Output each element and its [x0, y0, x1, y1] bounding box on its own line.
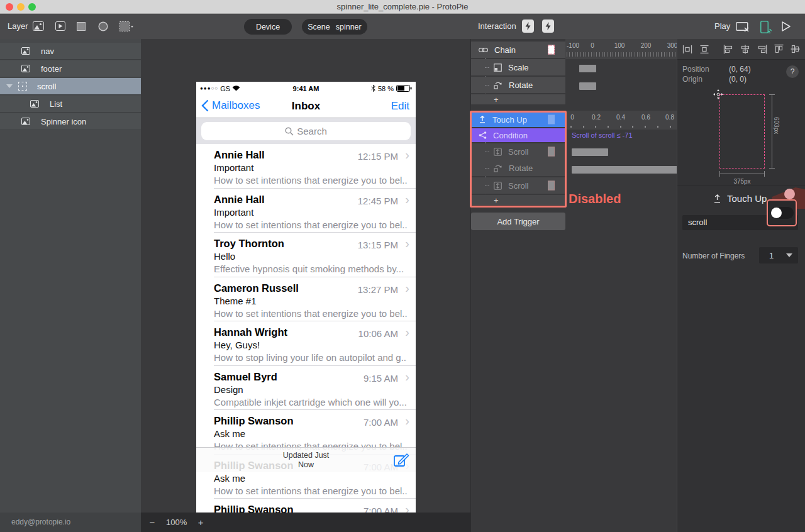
- disclosure-triangle-icon[interactable]: [6, 84, 13, 88]
- help-button[interactable]: ?: [786, 65, 799, 78]
- layer-bounds-preview[interactable]: [719, 94, 765, 169]
- chevron-right-icon: ›: [405, 148, 409, 162]
- add-response-button[interactable]: +: [471, 94, 565, 104]
- add-rectangle-layer-icon[interactable]: [77, 22, 86, 31]
- email-row[interactable]: Phillip Swanson7:00 AM› Ask meHow to set…: [196, 499, 416, 513]
- account-statusbar: eddy@protopie.io: [0, 513, 141, 532]
- canvas[interactable]: ●●●○○ GS 9:41 AM 58 % Mailboxes Inbox Ed…: [141, 39, 470, 513]
- response-rotate-disabled[interactable]: Rotate: [471, 160, 565, 176]
- trigger-touch-up[interactable]: Touch Up: [471, 112, 565, 127]
- align-middle-vertical-icon[interactable]: [791, 44, 800, 54]
- compose-icon[interactable]: [394, 452, 409, 468]
- trigger-chain[interactable]: Chain: [471, 42, 565, 58]
- rotate-icon: [494, 164, 502, 172]
- align-top-icon[interactable]: [774, 44, 784, 54]
- response-scroll-disabled[interactable]: Scroll: [471, 143, 565, 160]
- align-right-icon[interactable]: [757, 45, 767, 54]
- search-input[interactable]: Search: [201, 122, 411, 140]
- timeline-ruler-seconds: 0 0.2 0.4 0.6 0.8: [565, 111, 677, 130]
- width-dimension: 375px: [719, 178, 765, 185]
- search-bar-area: Search: [196, 118, 416, 144]
- email-row[interactable]: Cameron Russell13:27 PM› Theme #1How to …: [196, 277, 416, 322]
- add-video-layer-icon[interactable]: [55, 21, 65, 31]
- chevron-right-icon: ›: [405, 281, 409, 296]
- origin-value: (0, 0): [729, 75, 747, 84]
- layer-label: scroll: [37, 82, 56, 91]
- interaction-library-icon[interactable]: [542, 19, 554, 33]
- response-rotate[interactable]: Rotate: [471, 77, 565, 93]
- mirror-device-icon[interactable]: [760, 21, 772, 33]
- response-scroll2-disabled[interactable]: Scroll: [471, 177, 565, 194]
- position-value: (0, 64): [729, 65, 751, 74]
- chevron-right-icon: ›: [405, 414, 409, 428]
- add-trigger-button[interactable]: Add Trigger: [471, 213, 565, 230]
- preview-window-icon[interactable]: [736, 22, 750, 33]
- chevron-right-icon: ›: [405, 325, 409, 340]
- app-toolbar: Layer Device Scene spinner Interaction: [0, 14, 805, 39]
- align-toolbar: [677, 39, 805, 60]
- edit-button[interactable]: Edit: [391, 100, 409, 113]
- layer-item-scroll-selected[interactable]: scroll: [0, 78, 141, 95]
- play-icon[interactable]: [782, 21, 791, 31]
- timeline-bar-rotate2[interactable]: [572, 166, 677, 174]
- distribute-horizontal-icon[interactable]: [682, 45, 692, 54]
- timeline-area: -100 0 100 200 300 0 0.2 0.4 0.6 0.8 Scr…: [565, 39, 677, 532]
- ruler-ticks: [570, 126, 675, 128]
- layer-label: List: [50, 99, 62, 109]
- interaction-record-icon[interactable]: [522, 19, 534, 33]
- email-row[interactable]: Troy Thornton13:15 PM› HelloEffective hy…: [196, 233, 416, 277]
- add-image-layer-icon[interactable]: [33, 21, 44, 31]
- device-button[interactable]: Device: [244, 19, 292, 35]
- email-row[interactable]: Samuel Byrd9:15 AM› DesignCompatible ink…: [196, 366, 416, 411]
- timeline-bar-rotate[interactable]: [579, 82, 596, 90]
- zoom-level[interactable]: 100%: [166, 518, 187, 527]
- layer-item-list[interactable]: List: [0, 96, 141, 113]
- properties-panel: Position (0, 64) Origin (0, 0) ? 603px 3…: [677, 39, 805, 532]
- timeline-bar-scale[interactable]: [579, 65, 596, 72]
- add-oval-layer-icon[interactable]: [98, 21, 108, 31]
- search-icon: [285, 127, 294, 136]
- email-row[interactable]: Annie Hall12:15 PM› ImportantHow to set …: [196, 144, 416, 189]
- image-layer-icon: [21, 47, 30, 55]
- container-layer-icon: [18, 82, 27, 91]
- height-dimension: 603px: [773, 117, 780, 134]
- number-of-fingers-select[interactable]: 1: [759, 247, 798, 263]
- layer-panel: nav footer scroll List Spinner icon: [0, 39, 141, 513]
- play-label: Play: [714, 21, 730, 31]
- interaction-label: Interaction: [478, 21, 516, 31]
- touch-up-section-header: Touch Up: [713, 193, 767, 204]
- scroll-icon: [494, 148, 502, 156]
- email-row[interactable]: Hannah Wright10:06 AM› Hey, Guys!How to …: [196, 321, 416, 366]
- layer-chip: [548, 115, 555, 125]
- layer-chip: [548, 147, 555, 157]
- layer-label: Spinner icon: [41, 117, 86, 126]
- enabled-toggle[interactable]: [770, 207, 794, 219]
- layer-item-footer[interactable]: footer: [0, 60, 141, 77]
- width-measure-line: [719, 171, 765, 177]
- scene-button[interactable]: Scene spinner: [302, 19, 367, 35]
- layer-item-spinner-icon[interactable]: Spinner icon: [0, 113, 141, 130]
- align-center-horizontal-icon[interactable]: [740, 45, 750, 54]
- zoom-out-button[interactable]: −: [147, 517, 157, 528]
- image-layer-icon: [21, 65, 30, 72]
- condition-row[interactable]: Condition: [471, 128, 565, 142]
- annotation-dot: [784, 189, 795, 199]
- timeline-bar-scroll[interactable]: [572, 148, 608, 156]
- rotate-icon: [494, 81, 502, 89]
- align-left-icon[interactable]: [723, 45, 733, 54]
- email-row[interactable]: Annie Hall12:45 PM› ImportantHow to set …: [196, 189, 416, 233]
- zoom-in-button[interactable]: +: [196, 517, 206, 528]
- chevron-right-icon: ›: [405, 192, 409, 207]
- add-container-layer-icon[interactable]: [119, 21, 133, 31]
- enabled-toggle-highlight: [767, 199, 797, 226]
- condition-formula[interactable]: Scroll of scroll ≤ -71: [572, 131, 633, 139]
- add-response-button[interactable]: +: [471, 195, 565, 205]
- zoom-statusbar: − 100% +: [141, 513, 470, 532]
- condition-icon: [479, 131, 487, 139]
- layer-item-nav[interactable]: nav: [0, 43, 141, 60]
- distribute-vertical-icon[interactable]: [699, 45, 709, 54]
- battery-percent: 58 %: [378, 85, 394, 92]
- phone-status-bar: ●●●○○ GS 9:41 AM 58 %: [196, 82, 416, 95]
- battery-icon: [396, 85, 412, 92]
- response-scale[interactable]: Scale: [471, 59, 565, 75]
